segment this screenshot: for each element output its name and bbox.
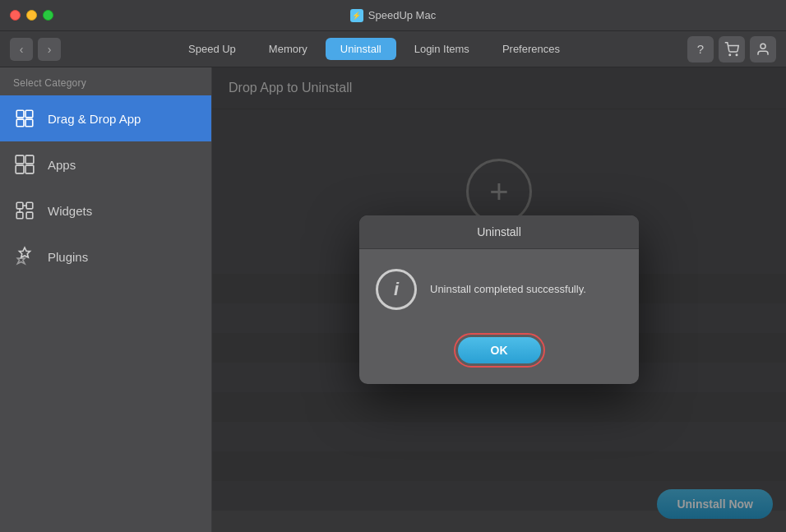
dialog-title: Uninstall bbox=[359, 215, 639, 249]
nav-left: ‹ › bbox=[10, 38, 61, 61]
tab-preferences[interactable]: Preferences bbox=[488, 38, 575, 60]
tab-speedup[interactable]: Speed Up bbox=[173, 38, 251, 60]
nav-bar: ‹ › Speed Up Memory Uninstall Login Item… bbox=[0, 31, 786, 67]
sidebar-item-apps[interactable]: Apps bbox=[0, 141, 211, 187]
sidebar: Select Category Drag & Drop App bbox=[0, 67, 212, 532]
tab-memory[interactable]: Memory bbox=[254, 38, 322, 60]
svg-rect-4 bbox=[25, 110, 33, 118]
maximize-button[interactable] bbox=[43, 10, 53, 21]
svg-rect-8 bbox=[25, 155, 34, 164]
nav-tabs: Speed Up Memory Uninstall Login Items Pr… bbox=[173, 38, 575, 60]
cart-button[interactable] bbox=[719, 36, 745, 62]
sidebar-item-widgets[interactable]: Widgets bbox=[0, 187, 211, 234]
modal-overlay: Uninstall i Uninstall completed successf… bbox=[212, 67, 786, 532]
svg-rect-9 bbox=[16, 165, 24, 173]
svg-rect-12 bbox=[26, 202, 33, 209]
dialog-body: i Uninstall completed successfully. bbox=[359, 249, 639, 326]
close-button[interactable] bbox=[10, 10, 21, 21]
content-area: Drop App to Uninstall + Uninstall Now Un… bbox=[212, 67, 786, 532]
svg-rect-11 bbox=[16, 202, 23, 209]
nav-right: ? bbox=[687, 36, 776, 62]
svg-rect-3 bbox=[16, 110, 24, 118]
svg-point-1 bbox=[736, 54, 737, 56]
forward-button[interactable]: › bbox=[38, 38, 61, 61]
sidebar-item-drag-drop[interactable]: Drag & Drop App bbox=[0, 95, 211, 141]
widgets-icon bbox=[13, 199, 36, 222]
svg-rect-7 bbox=[16, 155, 24, 164]
sidebar-item-apps-label: Apps bbox=[48, 158, 76, 172]
app-name-label: SpeedUp Mac bbox=[368, 9, 436, 21]
sidebar-item-plugins-label: Plugins bbox=[48, 250, 88, 264]
tab-loginitems[interactable]: Login Items bbox=[400, 38, 484, 60]
help-button[interactable]: ? bbox=[687, 36, 714, 62]
user-button[interactable] bbox=[750, 36, 776, 62]
back-button[interactable]: ‹ bbox=[10, 38, 33, 61]
app-title: ⚡ SpeedUp Mac bbox=[350, 9, 436, 22]
ok-button-wrapper: OK bbox=[454, 333, 545, 368]
app-icon: ⚡ bbox=[350, 9, 363, 22]
svg-point-2 bbox=[761, 44, 765, 49]
sidebar-item-drag-drop-label: Drag & Drop App bbox=[48, 112, 141, 126]
title-bar: ⚡ SpeedUp Mac bbox=[0, 0, 786, 31]
ok-button[interactable]: OK bbox=[458, 337, 541, 363]
svg-rect-13 bbox=[16, 212, 23, 219]
traffic-lights bbox=[10, 10, 53, 21]
dialog-message: Uninstall completed successfully. bbox=[430, 281, 586, 298]
svg-rect-14 bbox=[26, 212, 33, 219]
plugins-icon bbox=[13, 245, 36, 268]
svg-rect-10 bbox=[25, 165, 34, 173]
dialog-footer: OK bbox=[359, 326, 639, 384]
main-content: Select Category Drag & Drop App bbox=[0, 67, 786, 532]
info-icon: i bbox=[376, 269, 417, 310]
minimize-button[interactable] bbox=[26, 10, 37, 21]
sidebar-item-widgets-label: Widgets bbox=[48, 204, 92, 218]
dialog: Uninstall i Uninstall completed successf… bbox=[359, 215, 639, 384]
drag-drop-icon bbox=[13, 107, 36, 130]
svg-rect-6 bbox=[25, 119, 33, 127]
svg-point-0 bbox=[729, 54, 731, 56]
tab-uninstall[interactable]: Uninstall bbox=[326, 38, 396, 60]
apps-icon bbox=[13, 153, 36, 176]
category-label: Select Category bbox=[0, 67, 211, 95]
sidebar-item-plugins[interactable]: Plugins bbox=[0, 234, 211, 280]
svg-rect-5 bbox=[16, 119, 24, 127]
